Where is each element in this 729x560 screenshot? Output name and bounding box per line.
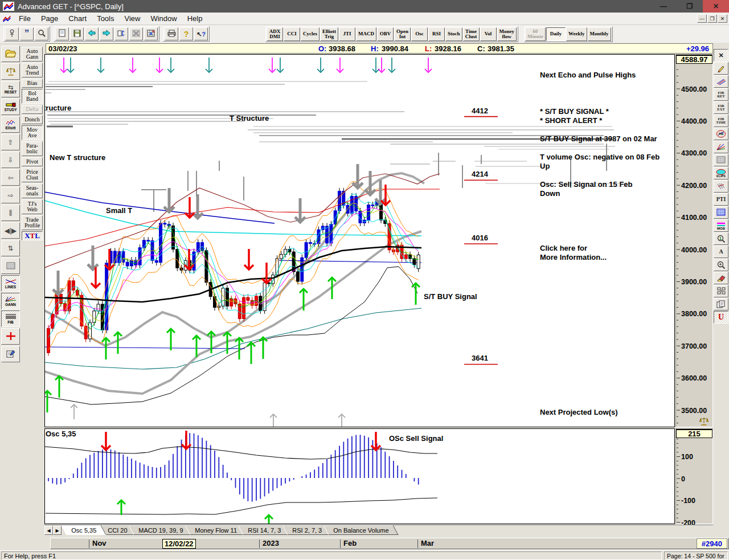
menu-chart[interactable]: Chart <box>63 13 92 24</box>
elliott-button[interactable]: Elliott <box>1 116 20 133</box>
parallel-lines-button[interactable] <box>714 75 728 88</box>
zoom-tool-button[interactable] <box>714 259 728 271</box>
menu-help[interactable]: Help <box>182 13 208 24</box>
scales-button[interactable] <box>1 63 20 80</box>
search-button[interactable] <box>35 27 48 40</box>
indicator-osc-button[interactable]: Osc <box>411 27 428 41</box>
study-donch-button[interactable]: Donch <box>22 115 43 124</box>
study-price-clust-button[interactable]: Price Clust <box>22 167 43 182</box>
menu-file[interactable]: File <box>14 13 36 24</box>
expand-button[interactable] <box>714 285 728 297</box>
pencil-tool-button[interactable] <box>714 62 728 75</box>
timeframe-monthly-button[interactable]: Monthly <box>588 27 611 41</box>
indicator-macd-button[interactable]: MACD <box>356 27 376 41</box>
indicator-stoch-button[interactable]: Stoch <box>445 27 462 41</box>
reset-button[interactable]: ⇆RESET <box>1 81 20 97</box>
context-help-button[interactable]: ↖? <box>194 27 208 40</box>
prev-chart-button[interactable] <box>85 27 99 40</box>
oscillator-panel[interactable]: Osc 5,35OSc Sell Signal <box>44 428 675 524</box>
tab-scroll-left-button[interactable]: ◀ <box>44 526 53 535</box>
print-button[interactable] <box>165 27 178 40</box>
study-pivot-button[interactable]: Pivot <box>22 157 43 166</box>
indicator-elliott-trig-button[interactable]: Elliott Trig <box>320 27 338 41</box>
indicator-open-int-button[interactable]: Open Int <box>394 27 411 41</box>
study-auto-gann-button[interactable]: Auto Gann <box>22 47 43 62</box>
crosshair-button[interactable] <box>1 328 20 345</box>
study-para--bolic-button[interactable]: Para- bolic <box>22 141 43 156</box>
restore-button[interactable]: ❐ <box>677 0 703 13</box>
oscillator-axis[interactable]: 215 1000-100-200 <box>675 428 713 524</box>
tile-disabled-button[interactable] <box>129 27 143 40</box>
open-chart-button[interactable] <box>1 46 20 62</box>
mdi-close-button[interactable]: ✕ <box>718 14 727 23</box>
notes-button[interactable] <box>714 298 728 310</box>
close-button[interactable]: ✕ <box>703 0 729 13</box>
fib-extension-button[interactable]: FIB EXT <box>714 101 728 114</box>
gann-button[interactable]: GANN <box>1 293 20 309</box>
menu-tools[interactable]: Tools <box>92 13 119 24</box>
study-bol-band-button[interactable]: Bol Band <box>22 89 43 104</box>
mob-button[interactable]: MOB <box>714 219 728 232</box>
tab-macd-19-39-9[interactable]: MACD 19, 39, 9 <box>129 525 193 535</box>
fib-button[interactable]: FIB <box>1 310 20 327</box>
study-delta-button[interactable]: Delta <box>22 105 43 114</box>
dot-grid-button[interactable] <box>1 257 20 274</box>
multi-line-button[interactable] <box>714 180 728 193</box>
more-info-link[interactable]: Click here for <box>540 244 587 252</box>
study-tj's-web-button[interactable]: TJ's Web <box>22 199 43 214</box>
cascade-button[interactable] <box>144 27 158 40</box>
tab-on-balance-volume[interactable]: On Balance Volume <box>323 525 399 535</box>
timeframe-weekly-button[interactable]: Weekly <box>566 27 587 41</box>
arrow-right-button[interactable]: ⇨ <box>1 187 20 203</box>
ellipse-tool-button[interactable]: ELiPS <box>714 167 728 179</box>
indicator-jti-button[interactable]: JTI <box>339 27 355 41</box>
price-axis[interactable]: 4588.97 3500.003600.003700.003800.003900… <box>675 54 713 427</box>
timeframe-60-minute-button[interactable]: 60 Minute <box>525 27 546 41</box>
eraser-button[interactable] <box>714 272 728 284</box>
indicator-money-flow-button[interactable]: Money flow <box>497 27 517 41</box>
magnet-button[interactable]: U <box>714 311 728 324</box>
quote-tool-button[interactable]: ” <box>20 27 34 40</box>
pin-tool-button[interactable] <box>5 27 19 40</box>
save-button[interactable] <box>70 27 84 40</box>
delete-tool-button[interactable]: ✕ <box>714 49 728 62</box>
properties-button[interactable] <box>1 346 20 362</box>
more-info-link[interactable]: More Information... <box>540 253 607 261</box>
study-xtl-button[interactable]: XTL <box>22 231 43 240</box>
study-seas--onals-button[interactable]: Seas- onals <box>22 183 43 198</box>
indicator-obv-button[interactable]: OBV <box>377 27 394 41</box>
arrow-down-button[interactable]: ⇩ <box>1 152 20 168</box>
study-auto-trend-button[interactable]: Auto Trend <box>22 63 43 77</box>
minimize-button[interactable]: — <box>650 0 677 13</box>
study-trade-profile-button[interactable]: Trade Profile <box>22 215 43 230</box>
fib-circle-button[interactable]: FIB <box>714 128 728 140</box>
v-compress-button[interactable]: ⇅ <box>1 240 20 256</box>
indicator-adx-dmi-button[interactable]: ADX DMI <box>267 27 283 41</box>
inspect-button[interactable]: 1 <box>714 232 728 245</box>
indicator-rsi-button[interactable]: RSI <box>428 27 445 41</box>
price-chart[interactable]: 4412421440163641Next Echo and Pulse High… <box>44 54 675 427</box>
next-chart-button[interactable] <box>100 27 113 40</box>
menu-page[interactable]: Page <box>36 13 63 24</box>
mdi-minimize-button[interactable]: — <box>697 14 707 23</box>
scale-lock-icon[interactable] <box>700 418 708 426</box>
mdi-restore-button[interactable]: ❐ <box>707 14 717 23</box>
lines-button[interactable]: LINES <box>1 275 20 292</box>
fan-lines-button[interactable] <box>714 141 728 153</box>
timeframe-daily-button[interactable]: Daily <box>546 27 566 41</box>
new-chart-button[interactable] <box>55 27 69 40</box>
tab-scroll-right-button[interactable]: ▶ <box>53 526 62 535</box>
grid-tool-button[interactable] <box>714 154 728 166</box>
indicator-cci-button[interactable]: CCI <box>284 27 300 41</box>
swap-page-button[interactable] <box>114 27 128 40</box>
indicator-vol-button[interactable]: Vol <box>480 27 497 41</box>
indicator-cycles-button[interactable]: Cycles <box>301 27 320 41</box>
fib-retrace-button[interactable]: FIB RET <box>714 88 728 101</box>
menu-view[interactable]: View <box>119 13 145 24</box>
menu-window[interactable]: Window <box>145 13 182 24</box>
pti-button[interactable]: PTI <box>714 193 728 206</box>
study-bias-button[interactable]: Bias <box>22 79 43 88</box>
blue-grid-button[interactable] <box>714 206 728 219</box>
arrow-up-button[interactable]: ⇧ <box>1 134 20 150</box>
tab-money-flow-11[interactable]: Money Flow 11 <box>185 525 247 535</box>
